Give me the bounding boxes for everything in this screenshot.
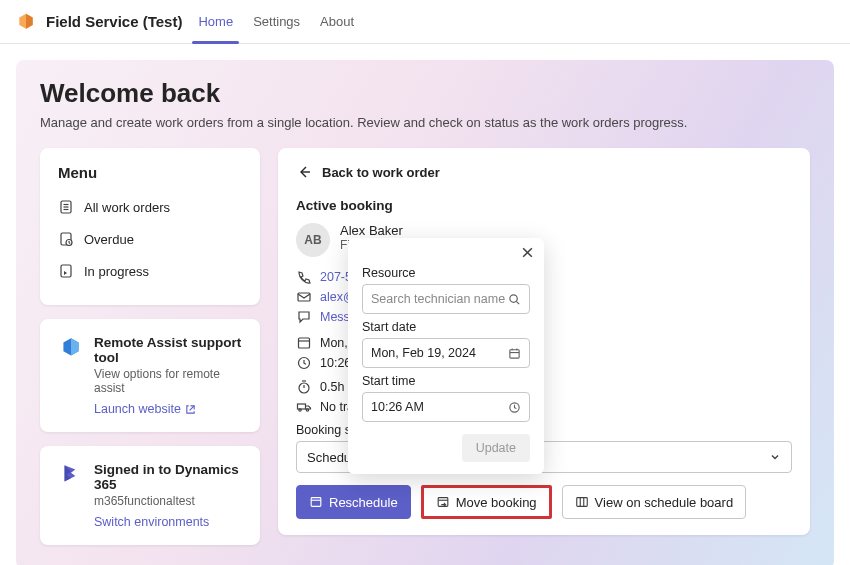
- svg-line-7: [69, 243, 70, 244]
- side-column: Menu All work orders Overdue: [40, 148, 260, 545]
- back-label: Back to work order: [322, 165, 440, 180]
- tile-subtitle: m365functionaltest: [94, 494, 242, 508]
- page-subtitle: Manage and create work orders from a sin…: [40, 115, 810, 130]
- calendar-icon: [508, 347, 521, 360]
- signed-in-tile: Signed in to Dynamics 365 m365functional…: [40, 446, 260, 545]
- calendar-move-icon: [436, 495, 450, 509]
- board-icon: [575, 495, 589, 509]
- view-schedule-board-button[interactable]: View on schedule board: [562, 485, 747, 519]
- svg-rect-24: [576, 498, 587, 507]
- launch-website-link[interactable]: Launch website: [94, 402, 196, 416]
- back-link[interactable]: Back to work order: [296, 164, 792, 180]
- remote-assist-tile: Remote Assist support tool View options …: [40, 319, 260, 432]
- hero: Welcome back Manage and create work orde…: [16, 60, 834, 565]
- svg-rect-17: [298, 404, 306, 409]
- tab-settings[interactable]: Settings: [249, 0, 304, 43]
- hexagon-icon: [58, 335, 84, 361]
- detail-card: Back to work order Active booking AB Ale…: [278, 148, 810, 535]
- chat-icon: [296, 309, 312, 325]
- resource-search-input[interactable]: Search technician name: [362, 284, 530, 314]
- tile-subtitle: View options for remote assist: [94, 367, 242, 395]
- tab-about[interactable]: About: [316, 0, 358, 43]
- menu-label: Overdue: [84, 232, 134, 247]
- move-booking-button[interactable]: Move booking: [421, 485, 552, 519]
- close-icon[interactable]: [521, 246, 534, 262]
- chevron-down-icon: [769, 451, 781, 463]
- move-booking-popover: Resource Search technician name Start da…: [348, 238, 544, 474]
- timer-icon: [296, 379, 312, 395]
- mail-icon: [296, 289, 312, 305]
- menu-label: All work orders: [84, 200, 170, 215]
- startdate-label: Start date: [362, 320, 530, 334]
- starttime-input[interactable]: 10:26 AM: [362, 392, 530, 422]
- startdate-input[interactable]: Mon, Feb 19, 2024: [362, 338, 530, 368]
- open-external-icon: [185, 404, 196, 415]
- calendar-icon: [296, 335, 312, 351]
- menu-heading: Menu: [58, 164, 242, 181]
- tile-title: Signed in to Dynamics 365: [94, 462, 242, 492]
- search-icon: [508, 293, 521, 306]
- reschedule-button[interactable]: Reschedule: [296, 485, 411, 519]
- clipboard-clock-icon: [58, 231, 74, 247]
- calendar-edit-icon: [309, 495, 323, 509]
- page-title: Welcome back: [40, 78, 810, 109]
- select-value: Schedul: [307, 450, 354, 465]
- svg-point-29: [510, 294, 517, 301]
- tab-home[interactable]: Home: [194, 0, 237, 43]
- app-icon: [16, 12, 36, 32]
- update-button[interactable]: Update: [462, 434, 530, 462]
- tile-title: Remote Assist support tool: [94, 335, 242, 365]
- menu-card: Menu All work orders Overdue: [40, 148, 260, 305]
- section-title: Active booking: [296, 198, 792, 213]
- phone-icon: [296, 269, 312, 285]
- app-title: Field Service (Test): [46, 13, 182, 30]
- clipboard-arrow-icon: [58, 263, 74, 279]
- svg-rect-10: [298, 293, 310, 301]
- person-name: Alex Baker: [340, 223, 403, 238]
- resource-label: Resource: [362, 266, 530, 280]
- avatar: AB: [296, 223, 330, 257]
- svg-rect-31: [510, 349, 519, 357]
- svg-rect-11: [299, 338, 310, 348]
- svg-line-30: [516, 301, 519, 304]
- topbar: Field Service (Test) Home Settings About: [0, 0, 850, 44]
- truck-icon: [296, 399, 312, 415]
- switch-environments-link[interactable]: Switch environments: [94, 515, 209, 529]
- tabs: Home Settings About: [194, 0, 358, 43]
- arrow-left-icon: [296, 164, 312, 180]
- clipboard-list-icon: [58, 199, 74, 215]
- clock-icon: [296, 355, 312, 371]
- menu-in-progress[interactable]: In progress: [58, 257, 242, 289]
- svg-point-18: [299, 409, 301, 411]
- svg-rect-20: [311, 498, 321, 507]
- action-row: Reschedule Move booking View on schedule…: [296, 485, 792, 519]
- dynamics-icon: [58, 462, 84, 488]
- svg-rect-8: [61, 265, 71, 277]
- clock-icon: [508, 401, 521, 414]
- menu-label: In progress: [84, 264, 149, 279]
- svg-point-19: [306, 409, 308, 411]
- page-body: Welcome back Manage and create work orde…: [0, 44, 850, 565]
- menu-overdue[interactable]: Overdue: [58, 225, 242, 257]
- starttime-label: Start time: [362, 374, 530, 388]
- menu-all-work-orders[interactable]: All work orders: [58, 193, 242, 225]
